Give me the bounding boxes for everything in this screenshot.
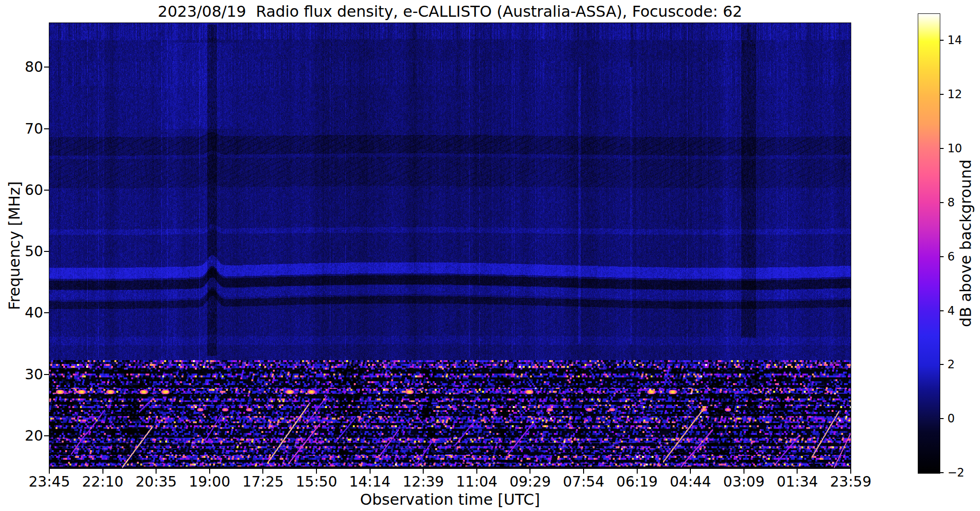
colorbar-tick-label: 8 bbox=[947, 196, 955, 209]
colorbar-tick-mark bbox=[940, 310, 944, 311]
colorbar-tick-mark bbox=[940, 94, 944, 95]
y-tick-mark bbox=[44, 128, 49, 129]
y-tick-mark bbox=[44, 251, 49, 252]
x-tick-label: 19:00 bbox=[189, 473, 230, 490]
x-tick-label: 06:19 bbox=[616, 473, 657, 490]
colorbar-tick-label: −2 bbox=[947, 466, 964, 479]
y-tick-label: 20 bbox=[13, 428, 43, 444]
colorbar-tick-label: 4 bbox=[947, 305, 955, 317]
x-tick-label: 22:10 bbox=[82, 473, 123, 490]
colorbar-tick-label: 2 bbox=[947, 358, 955, 371]
y-tick-label: 70 bbox=[13, 121, 43, 137]
x-tick-label: 20:35 bbox=[135, 473, 177, 490]
colorbar-tick-mark bbox=[940, 148, 944, 149]
colorbar-tick-mark bbox=[940, 472, 944, 473]
x-tick-label: 11:04 bbox=[456, 473, 497, 490]
colorbar-tick-label: 12 bbox=[947, 88, 962, 101]
x-tick-label: 07:54 bbox=[563, 473, 604, 490]
colorbar-tick-mark bbox=[940, 256, 944, 257]
colorbar-tick-mark bbox=[940, 202, 944, 203]
x-tick-label: 23:45 bbox=[29, 473, 70, 490]
colorbar-tick-mark bbox=[940, 364, 944, 365]
spectrogram-canvas bbox=[49, 23, 851, 468]
y-tick-label: 80 bbox=[13, 59, 43, 75]
y-tick-mark bbox=[44, 67, 49, 68]
y-axis-label: Frequency [MHz] bbox=[5, 182, 23, 310]
x-tick-label: 09:29 bbox=[509, 473, 551, 490]
x-tick-label: 17:25 bbox=[242, 473, 283, 490]
x-tick-label: 14:14 bbox=[349, 473, 390, 490]
y-tick-label: 30 bbox=[13, 366, 43, 383]
x-tick-label: 15:50 bbox=[296, 473, 337, 490]
y-tick-mark bbox=[44, 190, 49, 191]
colorbar-tick-mark bbox=[940, 40, 944, 41]
y-tick-mark bbox=[44, 374, 49, 375]
x-tick-label: 01:34 bbox=[777, 473, 818, 490]
chart-title: 2023/08/19 Radio flux density, e-CALLIST… bbox=[49, 2, 851, 21]
y-tick-mark bbox=[44, 312, 49, 313]
x-axis-label: Observation time [UTC] bbox=[49, 490, 851, 509]
colorbar-label: dB above background bbox=[957, 159, 975, 327]
x-tick-label: 23:59 bbox=[830, 473, 871, 490]
colorbar-tick-label: 14 bbox=[947, 34, 962, 46]
x-tick-label: 12:39 bbox=[403, 473, 444, 490]
colorbar-gradient bbox=[918, 14, 940, 473]
y-tick-mark bbox=[44, 435, 49, 436]
x-tick-label: 03:09 bbox=[723, 473, 765, 490]
colorbar bbox=[918, 13, 940, 474]
colorbar-tick-label: 0 bbox=[947, 412, 955, 425]
colorbar-tick-mark bbox=[940, 418, 944, 419]
colorbar-tick-label: 6 bbox=[947, 250, 955, 263]
x-tick-label: 04:44 bbox=[670, 473, 711, 490]
colorbar-tick-label: 10 bbox=[947, 142, 962, 155]
